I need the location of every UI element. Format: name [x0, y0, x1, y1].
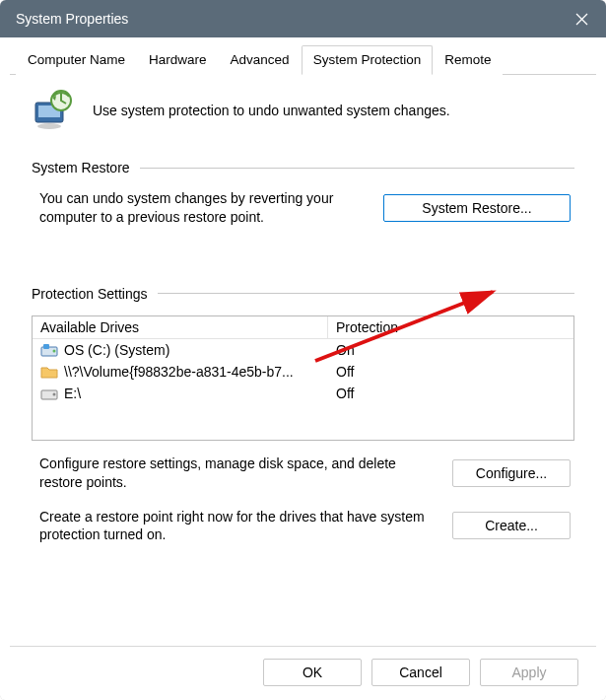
group-title-restore-label: System Restore: [32, 160, 130, 175]
dialog-footer: OK Cancel Apply: [10, 646, 596, 700]
cancel-button[interactable]: Cancel: [371, 659, 470, 686]
configure-button[interactable]: Configure...: [452, 459, 571, 487]
tab-system-protection[interactable]: System Protection: [302, 45, 434, 75]
system-protection-icon: [32, 89, 75, 132]
group-title-protection: Protection Settings: [32, 286, 574, 302]
table-row[interactable]: OS (C:) (System) On: [33, 339, 573, 361]
tab-advanced[interactable]: Advanced: [219, 45, 302, 75]
svg-point-10: [53, 349, 56, 352]
system-restore-group: System Restore You can undo system chang…: [32, 160, 574, 227]
drive-name: OS (C:) (System): [64, 342, 169, 358]
group-title-restore: System Restore: [32, 160, 574, 175]
system-protection-panel: Use system protection to undo unwanted s…: [10, 75, 596, 646]
drive-cell: \\?\Volume{f98832be-a831-4e5b-b7...: [33, 363, 328, 381]
protection-settings-group: Protection Settings Available Drives Pro…: [32, 286, 574, 545]
tab-hardware[interactable]: Hardware: [137, 45, 219, 75]
intro-text: Use system protection to undo unwanted s…: [93, 103, 574, 118]
drive-name: \\?\Volume{f98832be-a831-4e5b-b7...: [64, 364, 294, 380]
drive-cell: OS (C:) (System): [33, 341, 328, 359]
svg-point-4: [37, 123, 61, 129]
create-row: Create a restore point right now for the…: [32, 508, 574, 545]
svg-point-12: [53, 392, 56, 395]
content-area: Computer Name Hardware Advanced System P…: [0, 37, 606, 700]
tab-computer-name[interactable]: Computer Name: [16, 45, 137, 75]
apply-button[interactable]: Apply: [480, 659, 578, 686]
table-row[interactable]: E:\ Off: [33, 383, 573, 404]
system-properties-window: System Properties Computer Name Hardware…: [0, 0, 606, 700]
create-description: Create a restore point right now for the…: [39, 508, 437, 545]
titlebar: System Properties: [0, 0, 606, 37]
group-title-protection-label: Protection Settings: [32, 286, 148, 302]
drive-name: E:\: [64, 385, 81, 401]
protection-cell: Off: [328, 385, 573, 402]
ok-button[interactable]: OK: [263, 659, 362, 686]
group-divider: [158, 293, 574, 294]
drives-table: Available Drives Protection OS (C:) (Sys…: [32, 315, 574, 441]
col-header-protection[interactable]: Protection: [328, 316, 573, 339]
svg-rect-9: [43, 344, 49, 349]
intro-row: Use system protection to undo unwanted s…: [32, 89, 574, 132]
system-restore-button[interactable]: System Restore...: [383, 194, 571, 222]
tab-strip: Computer Name Hardware Advanced System P…: [10, 45, 596, 75]
group-divider: [140, 168, 574, 169]
close-button[interactable]: [557, 0, 606, 37]
restore-row: You can undo system changes by reverting…: [32, 189, 574, 227]
configure-row: Configure restore settings, manage disk …: [32, 455, 574, 492]
folder-icon: [40, 365, 58, 379]
close-icon: [575, 13, 588, 26]
protection-cell: Off: [328, 363, 573, 381]
drive-e-icon: [40, 386, 58, 400]
restore-description: You can undo system changes by reverting…: [39, 189, 368, 227]
create-button[interactable]: Create...: [452, 512, 571, 539]
drive-os-icon: [40, 343, 58, 357]
table-header: Available Drives Protection: [33, 316, 573, 339]
drive-cell: E:\: [33, 385, 328, 402]
configure-description: Configure restore settings, manage disk …: [39, 455, 437, 492]
window-title: System Properties: [16, 11, 128, 27]
tab-remote[interactable]: Remote: [433, 45, 503, 75]
col-header-drives[interactable]: Available Drives: [33, 316, 328, 339]
table-row[interactable]: \\?\Volume{f98832be-a831-4e5b-b7... Off: [33, 361, 573, 383]
protection-cell: On: [328, 341, 573, 359]
